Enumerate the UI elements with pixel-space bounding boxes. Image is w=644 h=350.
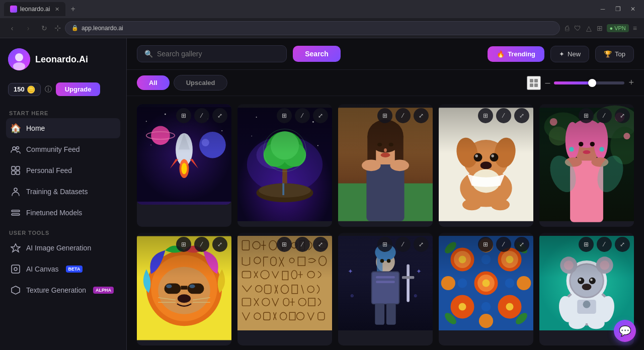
forward-button[interactable]: ›	[22, 22, 34, 34]
svg-point-4	[17, 147, 19, 149]
gallery-item[interactable]: ⊞ ⁄ ⤢	[539, 104, 634, 227]
svg-marker-12	[11, 244, 20, 252]
tab-close-icon[interactable]: ✕	[55, 6, 59, 13]
zoom-in-icon[interactable]: +	[628, 77, 634, 88]
item-slash-icon[interactable]: ⁄	[395, 108, 411, 123]
zoom-out-icon[interactable]: –	[545, 77, 550, 88]
sidebar-item-community-feed[interactable]: Community Feed	[6, 139, 120, 159]
sidebar-item-personal-feed[interactable]: Personal Feed	[6, 160, 120, 181]
item-expand-icon[interactable]: ⤢	[615, 108, 630, 123]
gallery-item[interactable]: ⊞ ⁄ ⤢	[137, 233, 231, 345]
item-expand-icon[interactable]: ⤢	[212, 108, 227, 123]
gallery-item[interactable]: ⊞ ⁄ ⤢	[237, 104, 332, 227]
search-button[interactable]: Search	[293, 46, 341, 62]
new-icon: ✦	[559, 50, 565, 58]
new-tab-button[interactable]: +	[67, 4, 78, 15]
menu-icon[interactable]: ≡	[632, 23, 638, 33]
item-slash-icon[interactable]: ⁄	[597, 108, 612, 123]
gallery-item[interactable]: ⊞ ⁄ ⤢	[237, 233, 332, 345]
token-coin-icon: 🪙	[27, 85, 35, 94]
close-button[interactable]: ✕	[626, 2, 640, 16]
svg-point-2	[13, 62, 25, 70]
reload-button[interactable]: ↻	[38, 22, 50, 34]
sidebar-item-ai-image[interactable]: AI Image Generation	[6, 238, 120, 258]
item-slash-icon[interactable]: ⁄	[194, 237, 209, 252]
sidebar-item-label: Training & Datasets	[26, 188, 88, 196]
share-icon[interactable]: ⎙	[564, 23, 570, 33]
item-slash-icon[interactable]: ⁄	[295, 108, 310, 123]
item-slash-icon[interactable]: ⁄	[395, 237, 411, 252]
item-overlay: ⊞ ⁄ ⤢	[237, 233, 332, 345]
item-grid-icon[interactable]: ⊞	[277, 108, 292, 123]
sidebar-item-label: AI Image Generation	[26, 244, 91, 252]
item-expand-icon[interactable]: ⤢	[313, 237, 328, 252]
item-slash-icon[interactable]: ⁄	[295, 237, 310, 252]
url-bar[interactable]: 🔒 app.leonardo.ai	[65, 21, 560, 35]
sidebar-item-training[interactable]: Training & Datasets	[6, 182, 120, 202]
item-grid-icon[interactable]: ⊞	[176, 237, 191, 252]
shield-icon[interactable]: 🛡	[573, 23, 582, 33]
new-button[interactable]: ✦ New	[550, 46, 589, 62]
minimize-button[interactable]: ─	[596, 2, 610, 16]
tab-bar: leonardo.ai ✕ + ─ ❐ ✕	[0, 0, 644, 18]
item-expand-icon[interactable]: ⤢	[615, 237, 630, 252]
window-controls: ─ ❐ ✕	[596, 2, 640, 16]
search-box[interactable]: 🔍	[137, 45, 287, 62]
upscaled-tab[interactable]: Upscaled	[174, 75, 228, 91]
tab-title: leonardo.ai	[20, 6, 50, 13]
gallery-item[interactable]: ⊞ ⁄ ⤢	[338, 104, 433, 227]
item-grid-icon[interactable]: ⊞	[377, 237, 392, 252]
item-slash-icon[interactable]: ⁄	[597, 237, 612, 252]
zoom-slider-thumb[interactable]	[588, 79, 596, 87]
avatar	[8, 48, 30, 70]
item-slash-icon[interactable]: ⁄	[496, 237, 511, 252]
item-expand-icon[interactable]: ⤢	[514, 237, 529, 252]
filter-row: All Upscaled – +	[127, 70, 644, 96]
maximize-button[interactable]: ❐	[611, 2, 625, 16]
trending-button[interactable]: 🔥 Trending	[488, 46, 544, 62]
bookmark-icon[interactable]: ⊹	[54, 23, 61, 33]
item-overlay: ⊞ ⁄ ⤢	[439, 104, 533, 227]
top-button[interactable]: 🏆 Top	[595, 46, 634, 62]
item-slash-icon[interactable]: ⁄	[496, 108, 511, 123]
sidebar-item-home[interactable]: 🏠 Home	[6, 118, 120, 138]
svg-point-9	[14, 188, 17, 191]
grid-view-button[interactable]	[527, 76, 541, 90]
sidebar-item-label: Texture Generation	[26, 286, 86, 294]
gallery-item[interactable]: ✦ ✦ ⊕ ⊕ ⊞	[338, 233, 433, 345]
item-grid-icon[interactable]: ⊞	[176, 108, 191, 123]
extensions-icon[interactable]: ⊞	[596, 23, 604, 33]
sidebar-item-texture[interactable]: Texture Generation ALPHA	[6, 280, 120, 300]
address-actions: ⎙ 🛡 △ ⊞ ● VPN ≡	[564, 23, 638, 33]
sidebar-item-ai-canvas[interactable]: AI Canvas BETA	[6, 259, 120, 279]
gallery-item[interactable]: ⊞ ⁄ ⤢	[439, 104, 533, 227]
item-expand-icon[interactable]: ⤢	[414, 108, 429, 123]
sidebar-item-finetuned[interactable]: Finetuned Models	[6, 203, 120, 223]
item-expand-icon[interactable]: ⤢	[414, 237, 429, 252]
item-grid-icon[interactable]: ⊞	[478, 108, 493, 123]
all-tab[interactable]: All	[137, 75, 170, 90]
item-grid-icon[interactable]: ⊞	[377, 108, 392, 123]
item-expand-icon[interactable]: ⤢	[212, 237, 227, 252]
item-grid-icon[interactable]: ⊞	[579, 108, 594, 123]
item-expand-icon[interactable]: ⤢	[313, 108, 328, 123]
upgrade-button[interactable]: Upgrade	[56, 82, 101, 96]
vpn-badge[interactable]: ● VPN	[607, 24, 629, 32]
item-expand-icon[interactable]: ⤢	[514, 108, 529, 123]
zoom-slider-track[interactable]	[554, 81, 624, 84]
item-grid-icon[interactable]: ⊞	[277, 237, 292, 252]
browser-tab[interactable]: leonardo.ai ✕	[4, 2, 65, 16]
gallery-item[interactable]: ⊞ ⁄ ⤢	[439, 233, 533, 345]
gallery-grid: ⊞ ⁄ ⤢	[137, 104, 634, 345]
chat-bubble-button[interactable]: 💬	[614, 320, 636, 342]
search-input[interactable]	[157, 50, 279, 58]
brand-icon[interactable]: △	[585, 23, 593, 33]
back-button[interactable]: ‹	[6, 22, 18, 34]
token-help-icon[interactable]: ⓘ	[45, 85, 52, 94]
item-grid-icon[interactable]: ⊞	[579, 237, 594, 252]
training-icon	[10, 186, 21, 197]
item-grid-icon[interactable]: ⊞	[478, 237, 493, 252]
svg-rect-8	[16, 171, 20, 174]
gallery-item[interactable]: ⊞ ⁄ ⤢	[137, 104, 231, 227]
item-slash-icon[interactable]: ⁄	[194, 108, 209, 123]
